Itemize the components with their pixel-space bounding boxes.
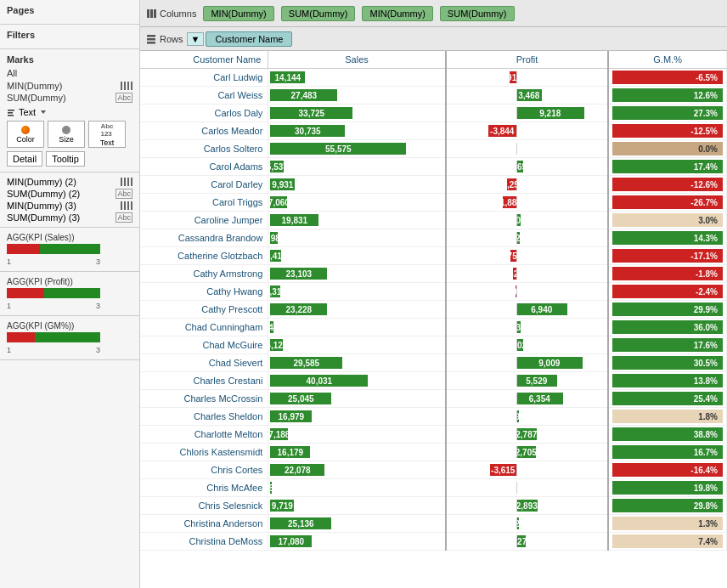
sales-bar: 9,719 bbox=[270, 500, 294, 512]
gm-value: 17.6% bbox=[612, 338, 723, 352]
gm-value: -26.7% bbox=[612, 195, 723, 209]
gm-cell: 19.8% bbox=[608, 479, 726, 497]
profit-bar-cell: -919 bbox=[446, 69, 608, 87]
tooltip-button[interactable]: Tooltip bbox=[46, 151, 85, 167]
sales-bar-cell: 4,312 bbox=[268, 283, 446, 301]
customer-name-cell: Charles Crestani bbox=[140, 372, 268, 390]
customer-name-cell: Chad Sievert bbox=[140, 354, 268, 372]
marks-bar-icon bbox=[121, 82, 132, 90]
column-pill-3[interactable]: MIN(Dummy) bbox=[362, 6, 432, 21]
gm-value: -17.1% bbox=[612, 249, 723, 263]
text-button[interactable]: Abc123 Text bbox=[88, 121, 126, 148]
customer-name-cell: Chris Cortes bbox=[140, 461, 268, 479]
gm-cell: 7.4% bbox=[608, 533, 726, 551]
svg-marker-3 bbox=[41, 110, 46, 114]
sales-bar-cell: 16,179 bbox=[268, 444, 446, 461]
sales-bar-cell: 16,979 bbox=[268, 408, 446, 426]
rows-dropdown-wrapper[interactable]: ▼ Customer Name bbox=[187, 31, 293, 47]
customer-name-cell: Cassandra Brandow bbox=[140, 229, 268, 247]
gm-value: 25.4% bbox=[612, 392, 723, 405]
table-row: Chris McAfee 350 69 19.8% bbox=[140, 479, 727, 497]
profit-bar-wrapper: 2,705 bbox=[448, 445, 606, 459]
col-header-profit: Profit bbox=[446, 51, 608, 69]
profit-axis-line bbox=[516, 286, 517, 297]
sales-bar: 5,537 bbox=[270, 161, 284, 172]
kpi-profit-max: 3 bbox=[96, 302, 100, 310]
gm-value: -12.6% bbox=[612, 178, 723, 191]
sales-bar-wrapper: 1,486 bbox=[270, 320, 442, 334]
gm-cell: 29.8% bbox=[608, 497, 726, 515]
detail-button[interactable]: Detail bbox=[7, 151, 42, 167]
gm-cell: 0.0% bbox=[608, 140, 726, 158]
customer-name-cell: Carol Darley bbox=[140, 176, 268, 194]
gm-value: -6.5% bbox=[612, 71, 723, 84]
gm-value: 29.8% bbox=[612, 499, 723, 512]
profit-bar-wrapper: 5,529 bbox=[448, 374, 606, 387]
svg-rect-0 bbox=[8, 110, 14, 111]
kpi-profit-green bbox=[44, 288, 100, 298]
gm-value: -16.4% bbox=[612, 463, 723, 477]
gm-value: 14.3% bbox=[612, 231, 723, 245]
profit-bar-cell: 965 bbox=[446, 158, 608, 176]
profit-axis-line bbox=[516, 107, 517, 119]
sales-bar-cell: 17,080 bbox=[268, 533, 446, 551]
customer-name-cell: Carlos Meador bbox=[140, 122, 268, 140]
profit-bar: 2,893 bbox=[516, 500, 538, 512]
marks-type-dropdown[interactable]: Text bbox=[7, 107, 132, 117]
customer-name-cell: Chloris Kastensmidt bbox=[140, 444, 268, 461]
marks-abc-icon: Abc bbox=[116, 93, 132, 103]
gm-cell: 38.8% bbox=[608, 426, 726, 444]
rows-customer-pill[interactable]: Customer Name bbox=[206, 31, 292, 47]
profit-bar: 2,705 bbox=[516, 446, 536, 458]
gm-value: 29.9% bbox=[612, 302, 723, 316]
sales-bar-cell: 9,719 bbox=[268, 497, 446, 515]
profit-neg-side: -9 bbox=[448, 143, 516, 155]
svg-rect-1 bbox=[8, 112, 13, 114]
profit-bar: -3,844 bbox=[488, 125, 516, 137]
sales-bar: 25,045 bbox=[270, 393, 331, 404]
customer-name-cell: Charles McCrossin bbox=[140, 390, 268, 408]
profit-neg-side: -1,883 bbox=[448, 196, 516, 208]
marks-bar3-icon bbox=[121, 201, 132, 210]
profit-neg-side: -919 bbox=[448, 71, 516, 83]
profit-axis-line bbox=[516, 321, 517, 333]
customer-name-cell: Carlos Daly bbox=[140, 105, 268, 122]
rows-dropdown-btn[interactable]: ▼ bbox=[187, 32, 205, 46]
marks-sum3-label: SUM(Dummy) (3) bbox=[7, 212, 80, 223]
sales-bar-wrapper: 40,031 bbox=[270, 374, 442, 387]
profit-axis-line bbox=[516, 535, 517, 547]
gm-cell: -17.1% bbox=[608, 247, 726, 265]
kpi-gm-max: 3 bbox=[96, 346, 100, 354]
kpi-sales-section: AGG(KPI (Sales)) 1 3 bbox=[0, 228, 139, 272]
sales-bar-wrapper: 4,312 bbox=[270, 285, 442, 298]
kpi-profit-bar bbox=[7, 288, 132, 298]
sales-bar-cell: 55,575 bbox=[268, 140, 446, 158]
profit-axis-line bbox=[516, 428, 517, 440]
column-pill-2[interactable]: SUM(Dummy) bbox=[281, 6, 356, 21]
gm-cell: 36.0% bbox=[608, 319, 726, 336]
columns-section: Columns bbox=[145, 8, 196, 20]
gm-value: 3.0% bbox=[612, 213, 723, 227]
table-row: Catherine Glotzbach 4,412 -753 -17.1% bbox=[140, 247, 727, 265]
sales-bar-cell: 40,031 bbox=[268, 372, 446, 390]
sales-bar-cell: 23,103 bbox=[268, 265, 446, 283]
marks-title: Marks bbox=[7, 54, 132, 65]
profit-axis-line bbox=[516, 71, 517, 83]
sales-bar: 14,144 bbox=[270, 71, 305, 83]
marks-sum-label: SUM(Dummy) bbox=[7, 93, 66, 103]
data-table-container[interactable]: Customer Name Sales Profit G.M.% Carl Lu… bbox=[140, 51, 727, 588]
columns-toolbar: Columns MIN(Dummy) SUM(Dummy) MIN(Dummy)… bbox=[140, 0, 727, 27]
size-button[interactable]: Size bbox=[48, 121, 85, 148]
table-row: Cathy Armstrong 23,103 -427 -1.8% bbox=[140, 265, 727, 283]
sales-bar-cell: 350 bbox=[268, 479, 446, 497]
profit-bar: 1,272 bbox=[516, 535, 526, 547]
customer-name-cell: Charlotte Melton bbox=[140, 426, 268, 444]
color-button[interactable]: Color bbox=[7, 121, 44, 148]
gm-cell: 27.3% bbox=[608, 105, 726, 122]
marks-min2: MIN(Dummy) (2) bbox=[7, 176, 132, 188]
gm-cell: 12.6% bbox=[608, 87, 726, 105]
column-pill-1[interactable]: MIN(Dummy) bbox=[203, 6, 273, 21]
svg-rect-8 bbox=[147, 38, 155, 41]
customer-name-cell: Christina DeMoss bbox=[140, 533, 268, 551]
column-pill-4[interactable]: SUM(Dummy) bbox=[440, 6, 515, 21]
